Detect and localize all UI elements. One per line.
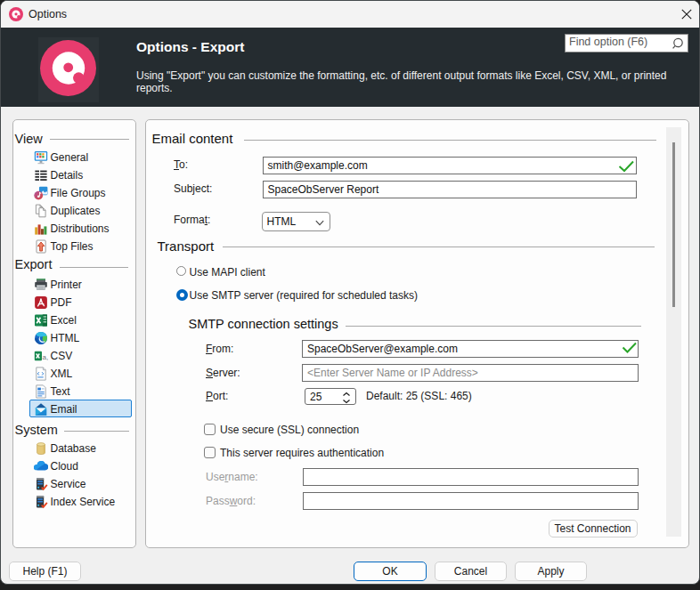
svg-text:a,: a, xyxy=(43,353,48,361)
